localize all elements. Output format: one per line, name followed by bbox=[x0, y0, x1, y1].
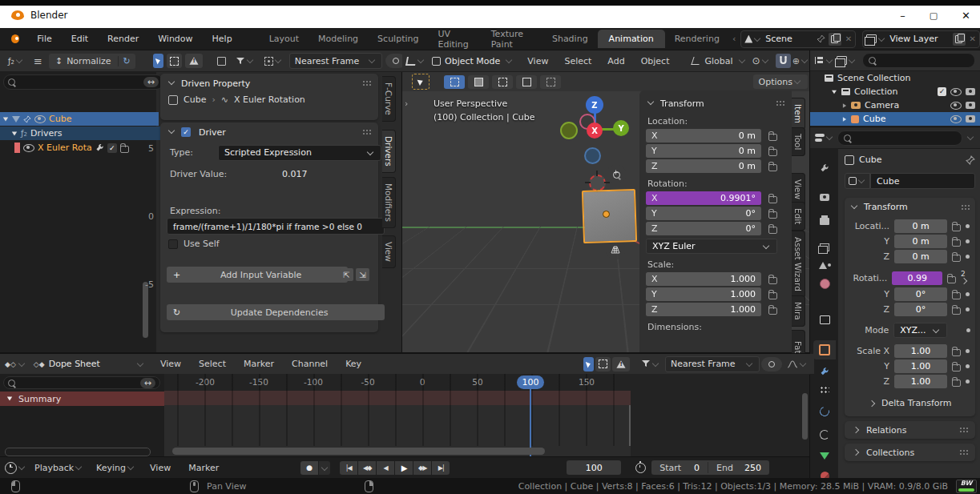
scale-x-field[interactable]: X1.000 bbox=[646, 272, 761, 286]
prop-location-y[interactable]: 0 m bbox=[894, 235, 947, 248]
unlink-scene-button[interactable]: ✕ bbox=[845, 34, 852, 43]
channel-row-drivers[interactable]: ƒ2 Drivers bbox=[0, 127, 167, 140]
properties-tab-modifiers[interactable] bbox=[817, 364, 833, 379]
timeline-menu-view[interactable]: View bbox=[142, 463, 179, 473]
drivers-tab-modifiers[interactable]: Modifiers bbox=[382, 177, 396, 228]
npanel-tab-view[interactable]: View bbox=[792, 173, 805, 206]
outliner-editor-type-button[interactable] bbox=[815, 57, 834, 64]
add-input-variable-button[interactable]: + Add Input Variable bbox=[167, 267, 348, 283]
object-browse-button[interactable] bbox=[845, 173, 870, 189]
update-dependencies-button[interactable]: ↻ Update Dependencies bbox=[167, 304, 385, 320]
menu-window[interactable]: Window bbox=[148, 34, 202, 44]
playhead-line[interactable] bbox=[530, 377, 531, 457]
viewport-editor-type-button[interactable] bbox=[406, 57, 425, 66]
lock-icon[interactable] bbox=[768, 211, 777, 219]
properties-tab-material[interactable] bbox=[817, 468, 833, 478]
channel-h-scrollbar[interactable] bbox=[5, 448, 151, 456]
dopesheet-proportional-button[interactable] bbox=[761, 357, 782, 372]
gizmo-axis-y[interactable]: Y bbox=[613, 120, 629, 136]
prop-scale-x[interactable]: 1.00 bbox=[894, 344, 947, 358]
gizmo-axis-z[interactable]: Z bbox=[586, 96, 603, 114]
sidebar-toggle-icon[interactable]: › bbox=[405, 98, 408, 109]
view-layer-name[interactable]: View Layer bbox=[889, 34, 938, 44]
menu-file[interactable]: File bbox=[27, 34, 61, 44]
snap-toggle-button[interactable] bbox=[776, 54, 791, 68]
panel-collapse-icon[interactable] bbox=[168, 127, 175, 134]
animate-dot[interactable] bbox=[966, 364, 970, 368]
navigation-gizmo[interactable]: Z Y X bbox=[559, 94, 635, 167]
lock-icon[interactable] bbox=[768, 164, 777, 171]
new-scene-button[interactable] bbox=[829, 33, 841, 46]
channel-expand-icon[interactable]: ↔ bbox=[140, 378, 155, 388]
lock-icon[interactable] bbox=[952, 255, 961, 262]
close-window-button[interactable]: ✕ bbox=[962, 10, 970, 22]
gizmo-axis-z-neg[interactable] bbox=[584, 147, 601, 164]
location-x-field[interactable]: X0 m bbox=[646, 129, 761, 143]
next-keyframe-button[interactable]: ◆▶ bbox=[413, 461, 431, 475]
pin-icon[interactable] bbox=[817, 34, 825, 43]
workspace-tab-layout[interactable]: Layout bbox=[260, 30, 309, 48]
expand-icon[interactable] bbox=[7, 397, 12, 401]
timeline-editor-type-button[interactable] bbox=[5, 462, 26, 474]
drag-handle-icon[interactable] bbox=[959, 449, 969, 456]
lock-icon[interactable] bbox=[768, 277, 777, 284]
lock-icon[interactable] bbox=[952, 292, 961, 299]
properties-options-chevron-icon[interactable] bbox=[967, 134, 974, 140]
properties-tab-physics[interactable] bbox=[817, 404, 833, 419]
workspace-tab-shading[interactable]: Shading bbox=[542, 30, 598, 48]
orientation-dropdown[interactable]: Global bbox=[692, 56, 746, 66]
dopesheet-only-errors-button[interactable] bbox=[612, 357, 630, 372]
paste-driver-button[interactable]: ⇲ bbox=[356, 268, 369, 281]
lock-icon[interactable] bbox=[952, 349, 961, 356]
scale-z-field[interactable]: Z1.000 bbox=[646, 303, 761, 316]
current-frame-pill[interactable]: 100 bbox=[517, 376, 544, 389]
dopesheet-snap-dropdown[interactable]: Nearest Frame bbox=[665, 356, 760, 372]
frame-field[interactable]: 100 bbox=[567, 460, 621, 475]
lock-icon[interactable] bbox=[768, 149, 777, 156]
dopesheet-v-scrollbar[interactable] bbox=[802, 393, 808, 440]
npanel-tab-tool[interactable]: Tool bbox=[792, 127, 805, 156]
minimize-button[interactable]: – bbox=[900, 10, 905, 22]
workspace-tab-rendering[interactable]: Rendering bbox=[665, 30, 729, 48]
properties-tab-view-layer[interactable] bbox=[817, 240, 833, 255]
channel-expand-icon[interactable]: ↔ bbox=[143, 77, 159, 87]
snap-with-dropdown[interactable]: ⊕ bbox=[792, 56, 809, 66]
drivers-select-tool-button[interactable] bbox=[153, 54, 163, 68]
lock-icon[interactable] bbox=[768, 196, 777, 203]
lock-icon[interactable] bbox=[768, 134, 777, 141]
drivers-editor-type-button[interactable]: ƒ2 bbox=[5, 54, 27, 68]
drag-handle-icon[interactable] bbox=[776, 100, 785, 106]
expand-icon[interactable] bbox=[843, 117, 846, 122]
dopesheet-box-select-button[interactable] bbox=[595, 357, 611, 372]
npanel-tab-item[interactable]: Item bbox=[792, 98, 805, 130]
gizmo-axis-y-neg[interactable] bbox=[560, 122, 578, 139]
panel-collapse-icon[interactable] bbox=[851, 202, 857, 208]
visibility-eye-icon[interactable] bbox=[34, 115, 46, 123]
driver-enable-checkbox[interactable]: ✓ bbox=[181, 127, 191, 137]
lock-icon[interactable] bbox=[952, 380, 961, 387]
lock-icon[interactable] bbox=[947, 276, 956, 283]
lock-icon[interactable] bbox=[952, 224, 961, 231]
prop-scale-z[interactable]: 1.00 bbox=[894, 375, 947, 388]
summary-channel-row[interactable]: Summary bbox=[0, 392, 164, 406]
panel-collapse-icon[interactable] bbox=[168, 78, 175, 85]
drag-handle-icon[interactable] bbox=[959, 427, 969, 433]
scene-browse-chevron-icon[interactable] bbox=[754, 34, 760, 41]
drivers-channel-search[interactable]: ↔ bbox=[3, 74, 163, 90]
animate-dot[interactable] bbox=[966, 349, 970, 353]
properties-tab-tool[interactable] bbox=[817, 161, 833, 175]
properties-tab-particles[interactable] bbox=[817, 383, 833, 397]
play-reverse-button[interactable]: ◀ bbox=[377, 461, 394, 475]
animate-dot[interactable] bbox=[966, 292, 970, 296]
normalize-button[interactable]: ↕ Normalize bbox=[49, 56, 118, 66]
disable-render-camera-icon[interactable] bbox=[966, 88, 975, 95]
outliner-row-scene-collection[interactable]: Scene Collection bbox=[810, 71, 980, 85]
channel-enable-checkbox[interactable]: ✓ bbox=[107, 143, 117, 153]
driver-type-dropdown[interactable]: Scripted Expression bbox=[218, 145, 381, 161]
prop-location-x[interactable]: 0 m bbox=[894, 219, 947, 233]
channel-lock-icon[interactable] bbox=[120, 146, 129, 153]
drivers-menu-icon[interactable]: ≡ bbox=[34, 55, 42, 67]
playback-menu[interactable]: Playback bbox=[28, 463, 90, 473]
end-frame-field[interactable]: End250 bbox=[708, 463, 769, 473]
prop-rotation-y[interactable]: 0° bbox=[894, 287, 947, 301]
